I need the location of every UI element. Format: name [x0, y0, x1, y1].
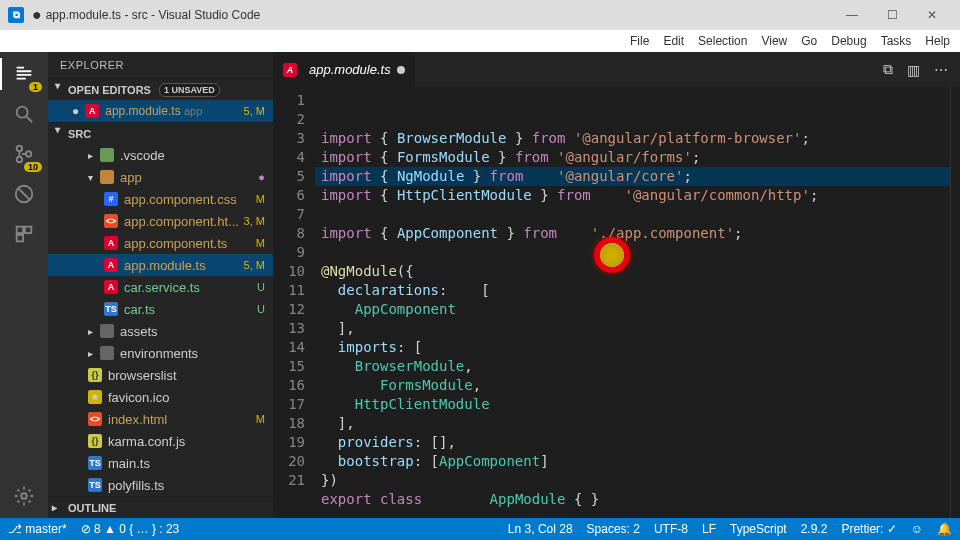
workspace-root-label: SRC [68, 128, 91, 140]
tree-item[interactable]: TSpolyfills.ts [48, 474, 273, 496]
open-editors-label: OPEN EDITORS [68, 84, 151, 96]
annotation-marker [594, 237, 630, 273]
tree-item[interactable]: {}karma.conf.js [48, 430, 273, 452]
activity-settings-icon[interactable] [10, 482, 38, 510]
vscode-icon: ⧉ [8, 7, 24, 23]
tree-item[interactable]: TScar.tsU [48, 298, 273, 320]
svg-rect-7 [25, 227, 31, 233]
status-branch[interactable]: ⎇ master* [8, 522, 67, 536]
chevron-down-icon: ▸ [53, 84, 64, 96]
explorer-sidebar: EXPLORER ▸ OPEN EDITORS 1 UNSAVED ●Aapp.… [48, 52, 273, 518]
menu-debug[interactable]: Debug [831, 34, 866, 48]
activity-scm-icon[interactable]: 10 [10, 140, 38, 168]
svg-rect-8 [17, 235, 23, 241]
tab-bar: A app.module.ts ⧉ ▥ ⋯ [273, 52, 960, 87]
activity-explorer-icon[interactable]: 1 [10, 60, 38, 88]
tree-item[interactable]: <>app.component.ht...3, M [48, 210, 273, 232]
tree-item[interactable]: ▾app● [48, 166, 273, 188]
explorer-header: EXPLORER [48, 52, 273, 78]
status-ts-version[interactable]: 2.9.2 [801, 522, 828, 536]
tab-app-module[interactable]: A app.module.ts [273, 52, 415, 87]
tree-item[interactable]: Aapp.component.tsM [48, 232, 273, 254]
svg-point-0 [17, 107, 28, 118]
activity-debug-icon[interactable] [10, 180, 38, 208]
status-cursor[interactable]: Ln 3, Col 28 [508, 522, 573, 536]
status-indent[interactable]: Spaces: 2 [587, 522, 640, 536]
editor-layout-icon[interactable]: ▥ [907, 62, 920, 78]
tree-item[interactable]: {}browserslist [48, 364, 273, 386]
tab-label: app.module.ts [309, 62, 391, 77]
svg-line-1 [27, 117, 33, 123]
unsaved-badge: 1 UNSAVED [159, 83, 220, 97]
split-editor-icon[interactable]: ⧉ [883, 61, 893, 78]
menu-file[interactable]: File [630, 34, 649, 48]
outline-header[interactable]: ▸ OUTLINE [48, 496, 273, 518]
tree-item[interactable]: ▸environments [48, 342, 273, 364]
status-eol[interactable]: LF [702, 522, 716, 536]
menu-selection[interactable]: Selection [698, 34, 747, 48]
menu-edit[interactable]: Edit [663, 34, 684, 48]
code-editor[interactable]: 123456789101112131415161718192021 import… [273, 87, 960, 518]
chevron-right-icon: ▸ [52, 502, 64, 513]
tab-dirty-icon [397, 66, 405, 74]
tree-item[interactable]: <>index.htmlM [48, 408, 273, 430]
explorer-badge: 1 [29, 82, 42, 92]
code-body[interactable]: import { BrowserModule } from '@angular/… [315, 87, 950, 518]
window-minimize[interactable]: — [832, 0, 872, 30]
line-gutter: 123456789101112131415161718192021 [273, 87, 315, 518]
tree-item[interactable]: #app.component.cssM [48, 188, 273, 210]
tree-item[interactable]: ▸.vscode [48, 144, 273, 166]
activity-search-icon[interactable] [10, 100, 38, 128]
window-titlebar: ⧉ ● app.module.ts - src - Visual Studio … [0, 0, 960, 30]
svg-point-9 [21, 493, 27, 499]
minimap[interactable] [950, 87, 960, 518]
tree-item[interactable]: ★favicon.ico [48, 386, 273, 408]
workspace-root-header[interactable]: ▸ SRC [48, 122, 273, 144]
open-editors-header[interactable]: ▸ OPEN EDITORS 1 UNSAVED [48, 78, 273, 100]
file-tree: ▸.vscode▾app●#app.component.cssM<>app.co… [48, 144, 273, 496]
scm-badge: 10 [24, 162, 42, 172]
svg-point-3 [17, 157, 23, 163]
menubar: FileEditSelectionViewGoDebugTasksHelp [0, 30, 960, 52]
status-feedback-icon[interactable]: ☺ [911, 522, 923, 536]
window-maximize[interactable]: ☐ [872, 0, 912, 30]
status-problems[interactable]: ⊘ 8 ▲ 0 { … } : 23 [81, 522, 180, 536]
tree-item[interactable]: Acar.service.tsU [48, 276, 273, 298]
svg-point-4 [26, 151, 32, 157]
menu-help[interactable]: Help [925, 34, 950, 48]
open-editors-list: ●Aapp.module.ts app5, M [48, 100, 273, 122]
chevron-down-icon: ▸ [53, 128, 64, 140]
svg-rect-6 [17, 227, 23, 233]
status-encoding[interactable]: UTF-8 [654, 522, 688, 536]
editor-area: A app.module.ts ⧉ ▥ ⋯ 123456789101112131… [273, 52, 960, 518]
status-bell-icon[interactable]: 🔔 [937, 522, 952, 536]
open-editor-item[interactable]: ●Aapp.module.ts app5, M [48, 100, 273, 122]
status-language[interactable]: TypeScript [730, 522, 787, 536]
tree-item[interactable]: ▸assets [48, 320, 273, 342]
activity-extensions-icon[interactable] [10, 220, 38, 248]
activity-bar: 1 10 [0, 52, 48, 518]
svg-point-2 [17, 146, 23, 152]
status-prettier[interactable]: Prettier: ✓ [841, 522, 896, 536]
tree-item[interactable]: Aapp.module.ts5, M [48, 254, 273, 276]
outline-label: OUTLINE [68, 502, 116, 514]
status-bar: ⎇ master* ⊘ 8 ▲ 0 { … } : 23 Ln 3, Col 2… [0, 518, 960, 540]
angular-icon: A [283, 63, 297, 77]
window-title: app.module.ts - src - Visual Studio Code [46, 8, 261, 22]
menu-view[interactable]: View [761, 34, 787, 48]
window-close[interactable]: ✕ [912, 0, 952, 30]
tree-item[interactable]: TSmain.ts [48, 452, 273, 474]
menu-tasks[interactable]: Tasks [881, 34, 912, 48]
dirty-indicator: ● [32, 6, 42, 24]
more-actions-icon[interactable]: ⋯ [934, 62, 948, 78]
menu-go[interactable]: Go [801, 34, 817, 48]
